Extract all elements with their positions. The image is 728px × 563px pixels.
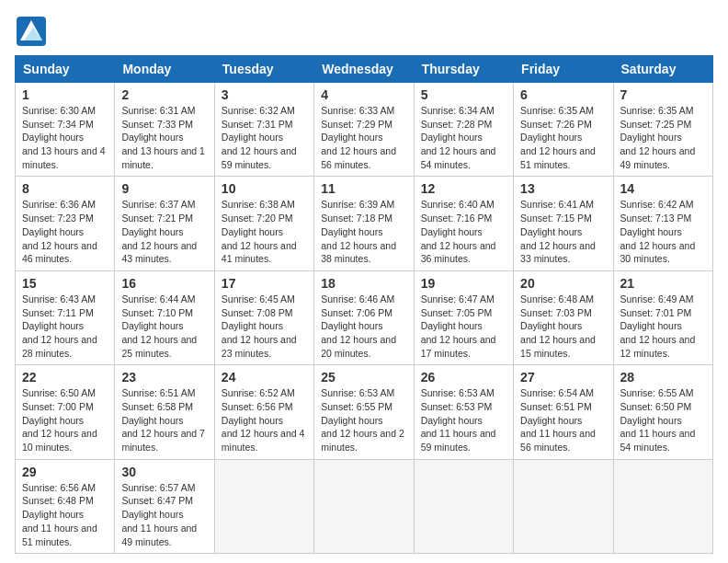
day-info: Sunrise: 6:40 AM Sunset: 7:16 PM Dayligh… bbox=[421, 198, 506, 265]
calendar-week-2: 8 Sunrise: 6:36 AM Sunset: 7:23 PM Dayli… bbox=[16, 177, 713, 270]
weekday-header-thursday: Thursday bbox=[414, 56, 513, 83]
day-info: Sunrise: 6:50 AM Sunset: 7:00 PM Dayligh… bbox=[22, 386, 108, 454]
weekday-header-wednesday: Wednesday bbox=[314, 56, 414, 83]
calendar-cell: 23 Sunrise: 6:51 AM Sunset: 6:58 PM Dayl… bbox=[115, 365, 214, 459]
day-number: 23 bbox=[121, 370, 207, 385]
day-info: Sunrise: 6:33 AM Sunset: 7:29 PM Dayligh… bbox=[321, 104, 406, 171]
day-info: Sunrise: 6:38 AM Sunset: 7:20 PM Dayligh… bbox=[222, 198, 307, 265]
day-number: 9 bbox=[121, 181, 207, 196]
calendar-cell: 15 Sunrise: 6:43 AM Sunset: 7:11 PM Dayl… bbox=[16, 270, 115, 364]
day-info: Sunrise: 6:35 AM Sunset: 7:25 PM Dayligh… bbox=[620, 104, 706, 171]
day-info: Sunrise: 6:45 AM Sunset: 7:08 PM Dayligh… bbox=[222, 293, 307, 360]
day-number: 11 bbox=[321, 181, 406, 196]
day-number: 22 bbox=[22, 370, 108, 385]
weekday-header-saturday: Saturday bbox=[613, 56, 712, 83]
calendar-cell: 17 Sunrise: 6:45 AM Sunset: 7:08 PM Dayl… bbox=[214, 270, 313, 364]
day-number: 1 bbox=[22, 87, 108, 102]
day-number: 27 bbox=[520, 370, 606, 385]
day-number: 21 bbox=[620, 276, 706, 291]
day-number: 25 bbox=[321, 370, 406, 385]
day-info: Sunrise: 6:47 AM Sunset: 7:05 PM Dayligh… bbox=[421, 293, 506, 360]
day-info: Sunrise: 6:41 AM Sunset: 7:15 PM Dayligh… bbox=[520, 198, 606, 265]
calendar-cell: 6 Sunrise: 6:35 AM Sunset: 7:26 PM Dayli… bbox=[514, 83, 613, 177]
day-number: 14 bbox=[620, 181, 706, 196]
day-number: 3 bbox=[222, 87, 307, 102]
day-number: 19 bbox=[421, 276, 506, 291]
day-info: Sunrise: 6:53 AM Sunset: 6:53 PM Dayligh… bbox=[421, 386, 506, 454]
day-info: Sunrise: 6:52 AM Sunset: 6:56 PM Dayligh… bbox=[222, 386, 307, 454]
day-info: Sunrise: 6:57 AM Sunset: 6:47 PM Dayligh… bbox=[121, 481, 207, 548]
calendar-cell bbox=[214, 459, 313, 553]
calendar: SundayMondayTuesdayWednesdayThursdayFrid… bbox=[15, 55, 713, 554]
calendar-cell: 9 Sunrise: 6:37 AM Sunset: 7:21 PM Dayli… bbox=[115, 177, 214, 270]
day-info: Sunrise: 6:32 AM Sunset: 7:31 PM Dayligh… bbox=[222, 104, 307, 171]
day-info: Sunrise: 6:34 AM Sunset: 7:28 PM Dayligh… bbox=[421, 104, 506, 171]
day-info: Sunrise: 6:30 AM Sunset: 7:34 PM Dayligh… bbox=[22, 104, 108, 171]
calendar-cell: 26 Sunrise: 6:53 AM Sunset: 6:53 PM Dayl… bbox=[414, 365, 513, 459]
day-info: Sunrise: 6:55 AM Sunset: 6:50 PM Dayligh… bbox=[620, 386, 706, 454]
calendar-cell bbox=[514, 459, 613, 553]
calendar-week-4: 22 Sunrise: 6:50 AM Sunset: 7:00 PM Dayl… bbox=[16, 365, 713, 459]
weekday-header-tuesday: Tuesday bbox=[214, 56, 313, 83]
calendar-cell: 13 Sunrise: 6:41 AM Sunset: 7:15 PM Dayl… bbox=[514, 177, 613, 270]
calendar-cell: 18 Sunrise: 6:46 AM Sunset: 7:06 PM Dayl… bbox=[314, 270, 414, 364]
day-info: Sunrise: 6:43 AM Sunset: 7:11 PM Dayligh… bbox=[22, 293, 108, 360]
day-info: Sunrise: 6:53 AM Sunset: 6:55 PM Dayligh… bbox=[321, 386, 406, 454]
calendar-cell: 20 Sunrise: 6:48 AM Sunset: 7:03 PM Dayl… bbox=[514, 270, 613, 364]
weekday-header-friday: Friday bbox=[514, 56, 613, 83]
calendar-cell: 25 Sunrise: 6:53 AM Sunset: 6:55 PM Dayl… bbox=[314, 365, 414, 459]
calendar-week-3: 15 Sunrise: 6:43 AM Sunset: 7:11 PM Dayl… bbox=[16, 270, 713, 364]
day-info: Sunrise: 6:31 AM Sunset: 7:33 PM Dayligh… bbox=[121, 104, 207, 171]
day-number: 7 bbox=[620, 87, 706, 102]
calendar-cell: 19 Sunrise: 6:47 AM Sunset: 7:05 PM Dayl… bbox=[414, 270, 513, 364]
day-info: Sunrise: 6:54 AM Sunset: 6:51 PM Dayligh… bbox=[520, 386, 606, 454]
calendar-week-1: 1 Sunrise: 6:30 AM Sunset: 7:34 PM Dayli… bbox=[16, 83, 713, 177]
day-number: 20 bbox=[520, 276, 606, 291]
day-number: 29 bbox=[22, 465, 108, 479]
day-number: 6 bbox=[520, 87, 606, 102]
day-number: 16 bbox=[121, 276, 207, 291]
day-number: 30 bbox=[121, 465, 207, 479]
calendar-cell: 14 Sunrise: 6:42 AM Sunset: 7:13 PM Dayl… bbox=[613, 177, 712, 270]
header bbox=[15, 15, 713, 48]
calendar-cell: 2 Sunrise: 6:31 AM Sunset: 7:33 PM Dayli… bbox=[115, 83, 214, 177]
calendar-cell: 30 Sunrise: 6:57 AM Sunset: 6:47 PM Dayl… bbox=[115, 459, 214, 553]
calendar-cell: 1 Sunrise: 6:30 AM Sunset: 7:34 PM Dayli… bbox=[16, 83, 115, 177]
day-number: 5 bbox=[421, 87, 506, 102]
day-number: 8 bbox=[22, 181, 108, 196]
day-info: Sunrise: 6:56 AM Sunset: 6:48 PM Dayligh… bbox=[22, 481, 108, 548]
calendar-cell: 7 Sunrise: 6:35 AM Sunset: 7:25 PM Dayli… bbox=[613, 83, 712, 177]
weekday-header-monday: Monday bbox=[115, 56, 214, 83]
calendar-cell: 10 Sunrise: 6:38 AM Sunset: 7:20 PM Dayl… bbox=[214, 177, 313, 270]
calendar-week-5: 29 Sunrise: 6:56 AM Sunset: 6:48 PM Dayl… bbox=[16, 459, 713, 553]
day-info: Sunrise: 6:46 AM Sunset: 7:06 PM Dayligh… bbox=[321, 293, 406, 360]
day-number: 18 bbox=[321, 276, 406, 291]
calendar-cell: 11 Sunrise: 6:39 AM Sunset: 7:18 PM Dayl… bbox=[314, 177, 414, 270]
calendar-cell bbox=[613, 459, 712, 553]
day-info: Sunrise: 6:44 AM Sunset: 7:10 PM Dayligh… bbox=[121, 293, 207, 360]
calendar-cell: 21 Sunrise: 6:49 AM Sunset: 7:01 PM Dayl… bbox=[613, 270, 712, 364]
day-info: Sunrise: 6:35 AM Sunset: 7:26 PM Dayligh… bbox=[520, 104, 606, 171]
calendar-cell: 24 Sunrise: 6:52 AM Sunset: 6:56 PM Dayl… bbox=[214, 365, 313, 459]
logo-icon bbox=[15, 15, 48, 48]
calendar-cell: 4 Sunrise: 6:33 AM Sunset: 7:29 PM Dayli… bbox=[314, 83, 414, 177]
calendar-cell: 12 Sunrise: 6:40 AM Sunset: 7:16 PM Dayl… bbox=[414, 177, 513, 270]
day-info: Sunrise: 6:51 AM Sunset: 6:58 PM Dayligh… bbox=[121, 386, 207, 454]
day-number: 12 bbox=[421, 181, 506, 196]
day-info: Sunrise: 6:39 AM Sunset: 7:18 PM Dayligh… bbox=[321, 198, 406, 265]
calendar-cell: 29 Sunrise: 6:56 AM Sunset: 6:48 PM Dayl… bbox=[16, 459, 115, 553]
calendar-cell bbox=[414, 459, 513, 553]
weekday-header-row: SundayMondayTuesdayWednesdayThursdayFrid… bbox=[16, 56, 713, 83]
day-number: 13 bbox=[520, 181, 606, 196]
calendar-cell bbox=[314, 459, 414, 553]
calendar-cell: 8 Sunrise: 6:36 AM Sunset: 7:23 PM Dayli… bbox=[16, 177, 115, 270]
calendar-cell: 3 Sunrise: 6:32 AM Sunset: 7:31 PM Dayli… bbox=[214, 83, 313, 177]
day-info: Sunrise: 6:37 AM Sunset: 7:21 PM Dayligh… bbox=[121, 198, 207, 265]
day-info: Sunrise: 6:48 AM Sunset: 7:03 PM Dayligh… bbox=[520, 293, 606, 360]
calendar-cell: 28 Sunrise: 6:55 AM Sunset: 6:50 PM Dayl… bbox=[613, 365, 712, 459]
day-number: 4 bbox=[321, 87, 406, 102]
day-info: Sunrise: 6:42 AM Sunset: 7:13 PM Dayligh… bbox=[620, 198, 706, 265]
calendar-cell: 16 Sunrise: 6:44 AM Sunset: 7:10 PM Dayl… bbox=[115, 270, 214, 364]
calendar-cell: 22 Sunrise: 6:50 AM Sunset: 7:00 PM Dayl… bbox=[16, 365, 115, 459]
day-number: 17 bbox=[222, 276, 307, 291]
